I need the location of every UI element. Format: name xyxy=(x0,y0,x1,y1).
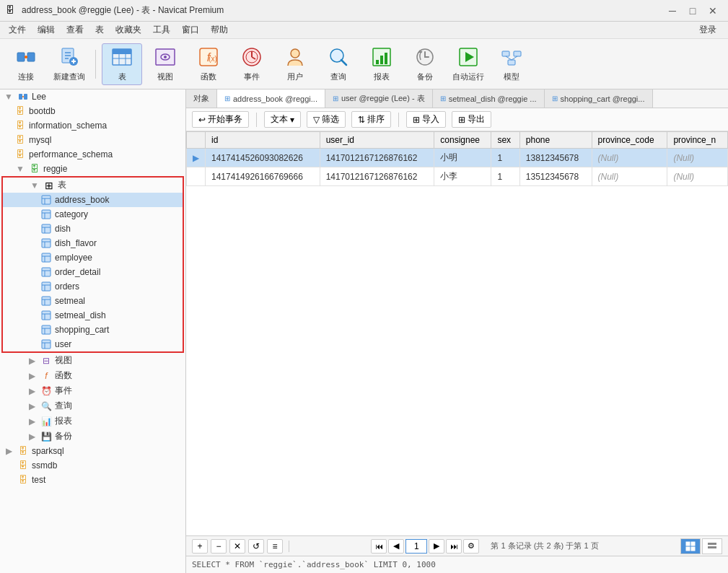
form-view-button[interactable] xyxy=(702,538,722,554)
svg-rect-31 xyxy=(380,56,383,64)
tree-node-shopping-cart[interactable]: shopping_cart xyxy=(3,323,183,337)
tree-node-setmeal[interactable]: setmeal xyxy=(3,294,183,308)
text-button[interactable]: 文本 ▾ xyxy=(264,111,301,128)
tree-node-reports[interactable]: ▶ 📊 报表 xyxy=(0,414,185,429)
tree-node-setmeal-dish[interactable]: setmeal_dish xyxy=(3,308,183,323)
tree-node-order-detail[interactable]: order_detail xyxy=(3,265,183,279)
tree-node-mysql[interactable]: 🗄 mysql xyxy=(0,133,185,147)
minimize-button[interactable]: ─ xyxy=(663,4,682,18)
menu-edit[interactable]: 编辑 xyxy=(32,22,61,38)
tree-node-information-schema[interactable]: 🗄 information_schema xyxy=(0,118,185,133)
tree-node-funcs[interactable]: ▶ f 函数 xyxy=(0,368,185,383)
tree-node-test[interactable]: 🗄 test xyxy=(0,473,185,487)
tab-address-book[interactable]: ⊞ address_book @reggi... xyxy=(217,89,325,108)
tree-node-events[interactable]: ▶ ⏰ 事件 xyxy=(0,383,185,398)
menu-file[interactable]: 文件 xyxy=(3,22,32,38)
delete-record-button[interactable]: − xyxy=(211,539,227,554)
db-icon-perf: 🗄 xyxy=(14,149,26,160)
tree-node-queries[interactable]: ▶ 🔍 查询 xyxy=(0,398,185,414)
col-province-code[interactable]: province_code xyxy=(592,132,667,149)
report-icon xyxy=(370,45,393,69)
tab-object[interactable]: 对象 xyxy=(186,89,217,108)
col-province-n[interactable]: province_n xyxy=(667,132,728,149)
tree-node-ssmdb[interactable]: 🗄 ssmdb xyxy=(0,458,185,473)
menu-favorites[interactable]: 收藏夹 xyxy=(110,22,147,38)
autorun-button[interactable]: 自动运行 xyxy=(448,43,488,85)
tree-node-tables[interactable]: ▼ ⊞ 表 xyxy=(3,178,183,193)
text-dropdown-icon: ▾ xyxy=(290,115,294,125)
stop-button[interactable]: ✕ xyxy=(229,539,245,554)
tree-node-address-book[interactable]: address_book xyxy=(3,193,183,207)
data-table-wrapper[interactable]: id user_id consignee sex phone province_… xyxy=(186,131,728,535)
tree-node-views[interactable]: ▶ ⊟ 视图 xyxy=(0,353,185,368)
page-prev-button[interactable]: ◀ xyxy=(388,539,404,554)
page-next-button[interactable]: ▶ xyxy=(429,539,444,554)
export-icon: ⊞ xyxy=(458,115,465,125)
new-query-button[interactable]: 新建查询 xyxy=(49,43,89,85)
col-user-id[interactable]: user_id xyxy=(320,132,434,149)
menu-window[interactable]: 窗口 xyxy=(176,22,205,38)
add-record-button[interactable]: + xyxy=(192,539,208,554)
menu-table[interactable]: 表 xyxy=(89,22,110,38)
tab-user-table[interactable]: ⊞ user @reggie (Lee) - 表 xyxy=(325,89,433,108)
query-button[interactable]: 查询 xyxy=(318,43,359,85)
tree-node-orders[interactable]: orders xyxy=(3,279,183,294)
tree-node-user[interactable]: user xyxy=(3,337,183,351)
tree-node-lee[interactable]: ▼ Lee xyxy=(0,89,185,104)
col-phone[interactable]: phone xyxy=(519,132,592,149)
col-consignee[interactable]: consignee xyxy=(434,132,491,149)
menu-view[interactable]: 查看 xyxy=(61,22,89,38)
tree-node-employee[interactable]: employee xyxy=(3,250,183,265)
tables-section: ▼ ⊞ 表 address_book category dis xyxy=(1,176,184,353)
report-button[interactable]: 报表 xyxy=(361,43,402,85)
tree-node-sparksql[interactable]: ▶ 🗄 sparksql xyxy=(0,444,185,458)
view-button[interactable]: 视图 xyxy=(145,43,185,85)
backup-button[interactable]: 备份 xyxy=(405,43,445,85)
login-button[interactable]: 登录 xyxy=(690,22,725,38)
grid-view-button[interactable] xyxy=(680,538,701,554)
event-label: 事件 xyxy=(244,71,260,82)
info-schema-label: information_schema xyxy=(29,121,107,131)
page-first-button[interactable]: ⏮ xyxy=(371,539,387,554)
tab-shopping-cart[interactable]: ⊞ shopping_cart @reggi... xyxy=(545,89,653,108)
page-last-button[interactable]: ⏭ xyxy=(446,539,462,554)
page-number[interactable]: 1 xyxy=(405,539,427,554)
col-sex[interactable]: sex xyxy=(491,132,519,149)
table-row[interactable]: ▶14174145260930826261417012167126876162小… xyxy=(187,149,728,167)
user-button[interactable]: 用户 xyxy=(275,43,315,85)
tree-node-category[interactable]: category xyxy=(3,207,183,222)
toolbar2-sep-2 xyxy=(398,113,399,127)
views-icon: ⊟ xyxy=(40,355,52,367)
filter-row-button[interactable]: ≡ xyxy=(267,539,283,554)
filter-button[interactable]: ▽ 筛选 xyxy=(307,111,346,128)
menu-help[interactable]: 帮助 xyxy=(205,22,234,38)
table-button[interactable]: 表 xyxy=(102,43,142,85)
sort-button[interactable]: ⇅ 排序 xyxy=(351,111,391,128)
model-button[interactable]: 模型 xyxy=(491,43,532,85)
tree-node-dish-flavor[interactable]: dish_flavor xyxy=(3,236,183,250)
event-button[interactable]: 事件 xyxy=(232,43,272,85)
menu-bar: 文件 编辑 查看 表 收藏夹 工具 窗口 帮助 登录 xyxy=(0,22,728,39)
page-settings-button[interactable]: ⚙ xyxy=(463,539,479,554)
cell-phone: 13812345678 xyxy=(519,149,592,167)
maximize-button[interactable]: □ xyxy=(683,4,702,18)
close-button[interactable]: ✕ xyxy=(703,4,722,18)
function-button[interactable]: f (x) 函数 xyxy=(188,43,229,85)
col-id[interactable]: id xyxy=(206,132,320,149)
menu-tools[interactable]: 工具 xyxy=(147,22,176,38)
connect-button[interactable]: 连接 xyxy=(6,43,46,85)
begin-transaction-button[interactable]: ↩ 开始事务 xyxy=(192,111,249,128)
table-icon-setmeal xyxy=(40,295,52,307)
tree-node-bootdb[interactable]: 🗄 bootdb xyxy=(0,104,185,118)
table-row[interactable]: 14174149261667696661417012167126876162小李… xyxy=(187,167,728,186)
refresh-button[interactable]: ↺ xyxy=(248,539,264,554)
tree-node-dish[interactable]: dish xyxy=(3,222,183,236)
import-button[interactable]: ⊞ 导入 xyxy=(406,111,446,128)
tree-node-backups[interactable]: ▶ 💾 备份 xyxy=(0,429,185,444)
col-indicator[interactable] xyxy=(187,132,206,149)
bootdb-label: bootdb xyxy=(29,106,56,116)
tab-setmeal-dish[interactable]: ⊞ setmeal_dish @reggie ... xyxy=(433,89,545,108)
tree-node-performance-schema[interactable]: 🗄 performance_schema xyxy=(0,147,185,162)
tree-node-reggie[interactable]: ▼ 🗄 reggie xyxy=(0,162,185,176)
export-button[interactable]: ⊞ 导出 xyxy=(452,111,491,128)
